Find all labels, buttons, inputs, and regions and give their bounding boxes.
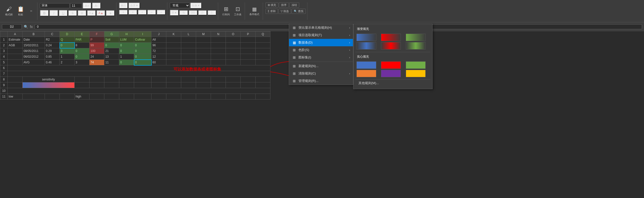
col-header-L[interactable]: L xyxy=(181,31,196,37)
cell-F9[interactable] xyxy=(90,82,104,88)
cell-J2[interactable]: 96 xyxy=(152,42,166,48)
cell-J8[interactable] xyxy=(152,77,166,82)
cell-I9[interactable] xyxy=(134,82,152,88)
cell-K4[interactable] xyxy=(166,54,181,60)
cell-N5[interactable] xyxy=(211,60,226,65)
col-header-K[interactable]: K xyxy=(166,31,181,37)
cell-H2[interactable]: 0 xyxy=(119,42,134,48)
thousand-btn[interactable]: 000 xyxy=(189,10,198,15)
gradient-green-center[interactable] xyxy=(406,42,426,49)
cell-F5[interactable]: 74 xyxy=(90,60,104,65)
sum-btn[interactable]: Σ求和 xyxy=(266,9,278,14)
cell-O3[interactable] xyxy=(226,48,241,54)
cell-H5[interactable]: 0 xyxy=(119,60,134,65)
find-btn[interactable]: 🔍查找 xyxy=(292,9,306,14)
cell-P1[interactable] xyxy=(241,37,256,42)
cell-M2[interactable] xyxy=(196,42,211,48)
fill-btn[interactable]: ⊞填充 xyxy=(266,2,278,8)
cell-B2[interactable]: 15/02/2011 xyxy=(22,42,45,48)
cell-I4[interactable]: 0 xyxy=(134,54,152,60)
cell-H11[interactable] xyxy=(119,94,134,99)
format-brush-btn[interactable]: 🖌 格式刷 xyxy=(4,4,14,18)
filter-btn[interactable]: ▽筛选 xyxy=(278,9,291,14)
cell-O1[interactable] xyxy=(226,37,241,42)
cell-Q9[interactable] xyxy=(256,82,270,88)
cell-Q3[interactable] xyxy=(256,48,270,54)
cell-Q1[interactable] xyxy=(256,37,270,42)
cell-M3[interactable] xyxy=(196,48,211,54)
cell-D3[interactable]: 3 xyxy=(60,48,74,54)
cell-ref-input[interactable] xyxy=(2,24,22,29)
menu-item-manage-rule[interactable]: ⊞ 管理规则(R)... xyxy=(289,77,353,85)
cell-G2[interactable]: 0 xyxy=(104,42,119,48)
cell-O2[interactable] xyxy=(226,42,241,48)
cell-Q11[interactable] xyxy=(256,94,270,99)
cell-O8[interactable] xyxy=(226,77,241,82)
paste-btn[interactable]: 📋 粘贴 xyxy=(15,4,26,18)
search-formula-icon[interactable]: 🔍 xyxy=(24,25,28,29)
cell-D2[interactable]: 0 xyxy=(60,42,74,48)
menu-item-data-bars[interactable]: ▦ 数据条(D) › xyxy=(289,39,353,46)
cell-B5[interactable]: AVG xyxy=(22,60,45,65)
cell-A10[interactable] xyxy=(8,88,270,94)
cell-A9[interactable] xyxy=(8,82,22,88)
cell-D11[interactable] xyxy=(60,94,74,99)
cell-L4[interactable] xyxy=(181,54,196,60)
cell-F11[interactable] xyxy=(90,94,104,99)
gradient-red-center[interactable] xyxy=(381,42,401,49)
cell-C1[interactable]: R2 xyxy=(45,37,60,42)
cell-I5[interactable]: 0 xyxy=(134,60,152,65)
workarea-btn[interactable]: ⊡ 工作表 xyxy=(232,4,243,18)
cell-F3[interactable]: 100 xyxy=(90,48,104,54)
cell-K8[interactable] xyxy=(166,77,181,82)
menu-item-icon-sets[interactable]: ⊞ 图标集(I) › xyxy=(289,54,353,61)
cell-I1[interactable]: Cultivar xyxy=(134,37,152,42)
col-header-M[interactable]: M xyxy=(196,31,211,37)
cell-E1[interactable]: PAR xyxy=(74,37,90,42)
cell-O5[interactable] xyxy=(226,60,241,65)
cell-M4[interactable] xyxy=(196,54,211,60)
solid-orange-item[interactable] xyxy=(356,70,376,77)
cell-O4[interactable] xyxy=(226,54,241,60)
cell-C3[interactable]: 0.29 xyxy=(45,48,60,54)
gradient-blue-right[interactable] xyxy=(356,34,376,41)
cell-H9[interactable] xyxy=(119,82,134,88)
cell-I8[interactable] xyxy=(134,77,152,82)
font-color-btn[interactable]: A▲ xyxy=(96,10,105,16)
gradient-green-right[interactable] xyxy=(406,34,426,41)
cell-P11[interactable] xyxy=(241,94,256,99)
cell-E11[interactable]: high xyxy=(74,94,90,99)
cell-A7[interactable] xyxy=(8,71,270,77)
font-increase-btn[interactable]: A+ xyxy=(82,2,92,9)
cell-N3[interactable] xyxy=(211,48,226,54)
col-header-D[interactable]: D xyxy=(60,31,74,37)
col-header-P[interactable]: P xyxy=(241,31,256,37)
cell-E9[interactable] xyxy=(74,82,90,88)
row-col-btn[interactable]: ⊞ 行和列 xyxy=(220,4,232,18)
cell-A4[interactable] xyxy=(8,54,22,60)
cell-I11[interactable] xyxy=(134,94,152,99)
cell-C5[interactable]: 0.46 xyxy=(45,60,60,65)
col-header-N[interactable]: N xyxy=(211,31,226,37)
solid-red-item[interactable] xyxy=(381,61,401,69)
cell-P8[interactable] xyxy=(241,77,256,82)
col-header-B[interactable]: B xyxy=(22,31,45,37)
cell-A3[interactable] xyxy=(8,48,22,54)
col-header-C[interactable]: C xyxy=(45,31,60,37)
decimal-inc-btn[interactable]: .0↑ xyxy=(198,10,207,15)
font-size-input[interactable] xyxy=(70,3,82,8)
align-left-btn[interactable]: ≡ xyxy=(119,10,128,15)
cell-Q5[interactable] xyxy=(256,60,270,65)
cell-H3[interactable]: 0 xyxy=(119,48,134,54)
cell-D5[interactable]: 2 xyxy=(60,60,74,65)
cell-E2[interactable]: 8 xyxy=(74,42,90,48)
cell-L5[interactable] xyxy=(181,60,196,65)
cell-F2[interactable]: 99 xyxy=(90,42,104,48)
cell-P2[interactable] xyxy=(241,42,256,48)
other-rules-btn[interactable]: 其他规则(M)... xyxy=(356,79,430,87)
cell-N8[interactable] xyxy=(211,77,226,82)
solid-yellow-item[interactable] xyxy=(406,70,426,77)
cell-G11[interactable] xyxy=(104,94,119,99)
cell-L2[interactable] xyxy=(181,42,196,48)
merge-btn[interactable]: 合并▼ xyxy=(128,2,140,9)
